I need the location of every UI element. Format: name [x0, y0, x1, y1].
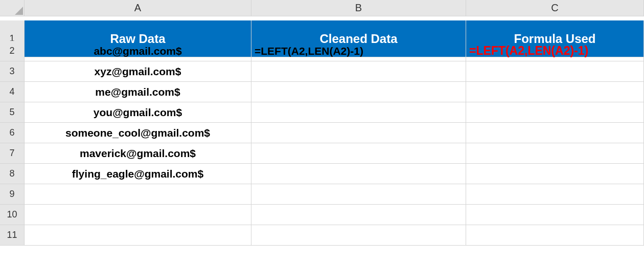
cell-A10[interactable]: [25, 205, 251, 225]
cell-B6[interactable]: [251, 123, 466, 143]
cell-A6[interactable]: someone_cool@gmail.com$: [25, 123, 251, 143]
cell-C8[interactable]: [466, 164, 644, 184]
cell-A3[interactable]: xyz@gmail.com$: [25, 61, 251, 82]
column-header-A[interactable]: A: [25, 0, 251, 16]
cell-A5[interactable]: you@gmail.com$: [25, 102, 251, 123]
cell-B7[interactable]: [251, 143, 466, 164]
row-header-8[interactable]: 8: [0, 164, 25, 184]
cell-B11[interactable]: [251, 225, 466, 246]
column-header-B[interactable]: B: [251, 0, 466, 16]
cell-C7[interactable]: [466, 143, 644, 164]
cell-A11[interactable]: [25, 225, 251, 246]
row-header-4[interactable]: 4: [0, 82, 25, 102]
row-header-11[interactable]: 11: [0, 225, 25, 246]
cell-A4[interactable]: me@gmail.com$: [25, 82, 251, 102]
row-header-9[interactable]: 9: [0, 184, 25, 205]
row-header-2[interactable]: 2: [0, 41, 25, 61]
cell-B2[interactable]: =LEFT(A2,LEN(A2)-1): [251, 41, 466, 61]
row-header-6[interactable]: 6: [0, 123, 25, 143]
cell-C3[interactable]: [466, 61, 644, 82]
spreadsheet-grid: A B C 1 Raw Data Cleaned Data Formula Us…: [0, 0, 644, 246]
cell-C4[interactable]: [466, 82, 644, 102]
cell-C6[interactable]: [466, 123, 644, 143]
cell-B9[interactable]: [251, 184, 466, 205]
cell-C9[interactable]: [466, 184, 644, 205]
cell-A2[interactable]: abc@gmail.com$: [25, 41, 251, 61]
cell-C10[interactable]: [466, 205, 644, 225]
cell-C5[interactable]: [466, 102, 644, 123]
row-header-10[interactable]: 10: [0, 205, 25, 225]
column-header-C[interactable]: C: [466, 0, 644, 16]
cell-C2[interactable]: =LEFT(A2,LEN(A2)-1): [466, 41, 644, 61]
cell-A8[interactable]: flying_eagle@gmail.com$: [25, 164, 251, 184]
cell-C11[interactable]: [466, 225, 644, 246]
select-all-corner[interactable]: [0, 0, 25, 16]
row-header-3[interactable]: 3: [0, 61, 25, 82]
cell-B3[interactable]: [251, 61, 466, 82]
cell-A9[interactable]: [25, 184, 251, 205]
cell-B5[interactable]: [251, 102, 466, 123]
cell-A7[interactable]: maverick@gmail.com$: [25, 143, 251, 164]
row-header-5[interactable]: 5: [0, 102, 25, 123]
cell-B8[interactable]: [251, 164, 466, 184]
row-header-7[interactable]: 7: [0, 143, 25, 164]
cell-B4[interactable]: [251, 82, 466, 102]
select-all-triangle-icon: [15, 7, 23, 15]
cell-B10[interactable]: [251, 205, 466, 225]
